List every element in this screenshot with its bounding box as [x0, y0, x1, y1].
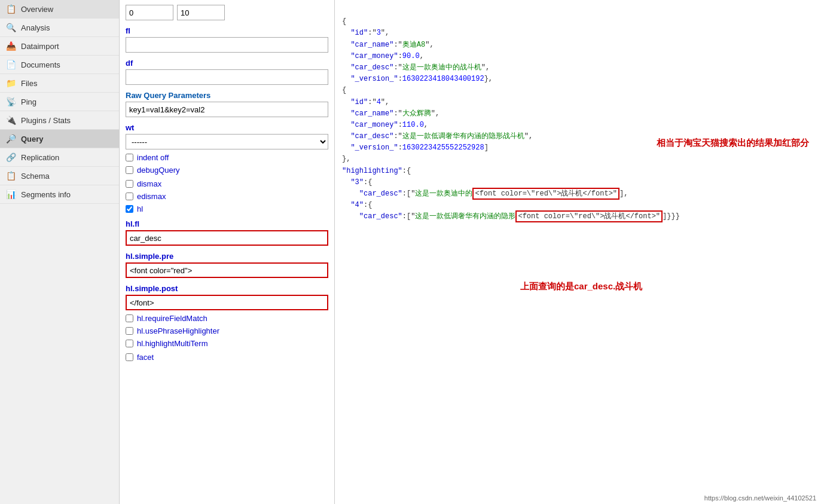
sidebar-item-files[interactable]: 📁 Files: [0, 74, 119, 93]
sidebar-label-replication: Replication: [21, 153, 59, 162]
sidebar-label-files: Files: [21, 79, 37, 88]
documents-icon: 📄: [6, 60, 16, 69]
start-input[interactable]: [126, 5, 173, 20]
hl-require-field-match-row: hl.requireFieldMatch: [126, 314, 328, 323]
plugins-icon: 🔌: [6, 115, 16, 125]
url-bar: https://blog.csdn.net/weixin_44102521: [704, 494, 816, 502]
sidebar-item-schema[interactable]: 📋 Schema: [0, 167, 119, 185]
hl-simple-post-label: hl.simple.post: [126, 284, 328, 293]
edismax-checkbox[interactable]: [126, 193, 133, 200]
raw-query-params-label: Raw Query Parameters: [126, 91, 328, 100]
hl-highlight-multi-term-row: hl.highlightMultiTerm: [126, 339, 328, 348]
sidebar-item-documents[interactable]: 📄 Documents: [0, 56, 119, 74]
hl-use-phrase-highlighter-label: hl.usePhraseHighlighter: [137, 326, 219, 335]
annotation-car-desc: 上面查询的是car_desc.战斗机: [520, 281, 642, 292]
sidebar-label-dataimport: Dataimport: [21, 42, 59, 51]
debug-query-label: debugQuery: [137, 166, 180, 175]
hl-require-field-match-label: hl.requireFieldMatch: [137, 314, 207, 323]
sidebar-item-segments-info[interactable]: 📊 Segments info: [0, 185, 119, 204]
query-panel: fl df Raw Query Parameters wt ------ jso…: [120, 0, 335, 504]
hl-simple-pre-label: hl.simple.pre: [126, 252, 328, 261]
sidebar-label-schema: Schema: [21, 172, 50, 181]
df-label: df: [126, 59, 328, 68]
facet-row: facet: [126, 353, 328, 362]
facet-checkbox[interactable]: [126, 353, 133, 361]
rows-input[interactable]: [177, 5, 225, 20]
sidebar-item-dataimport[interactable]: 📥 Dataimport: [0, 37, 119, 56]
sidebar-item-query[interactable]: 🔎 Query: [0, 130, 119, 148]
sidebar-label-ping: Ping: [21, 97, 36, 106]
hl-row: hl: [126, 204, 328, 213]
hl-checkbox[interactable]: [126, 205, 133, 213]
analysis-icon: 🔍: [6, 23, 16, 32]
facet-label: facet: [137, 353, 154, 362]
fl-input[interactable]: [126, 37, 328, 53]
schema-icon: 📋: [6, 171, 16, 181]
sidebar-item-ping[interactable]: 📡 Ping: [0, 93, 119, 111]
hl-require-field-match-checkbox[interactable]: [126, 314, 133, 322]
raw-query-params-input[interactable]: [126, 102, 328, 117]
hl-highlight-multi-term-checkbox[interactable]: [126, 340, 133, 347]
hl-simple-pre-input[interactable]: [126, 262, 328, 278]
sidebar-label-query: Query: [21, 135, 44, 143]
sidebar-label-overview: Overview: [21, 5, 53, 14]
dismax-label: dismax: [137, 179, 161, 188]
overview-icon: 📋: [6, 4, 16, 14]
sidebar: 📋 Overview 🔍 Analysis 📥 Dataimport 📄 Doc…: [0, 0, 120, 504]
dismax-row: dismax: [126, 179, 328, 188]
query-icon: 🔎: [6, 134, 16, 143]
hl-simple-post-input[interactable]: [126, 295, 328, 310]
sidebar-label-documents: Documents: [21, 60, 60, 69]
ping-icon: 📡: [6, 97, 16, 106]
files-icon: 📁: [6, 78, 16, 88]
hl-fl-input[interactable]: [126, 230, 328, 246]
sidebar-item-analysis[interactable]: 🔍 Analysis: [0, 19, 119, 37]
wt-select[interactable]: ------ json xml csv: [126, 134, 328, 149]
indent-off-label: indent off: [137, 153, 169, 162]
wt-label: wt: [126, 123, 328, 132]
debug-query-row: debugQuery: [126, 166, 328, 175]
sidebar-label-plugins-stats: Plugins / Stats: [21, 116, 71, 125]
dismax-checkbox[interactable]: [126, 180, 133, 188]
hl-use-phrase-highlighter-checkbox[interactable]: [126, 327, 133, 335]
hl-label: hl: [137, 204, 143, 213]
sidebar-label-analysis: Analysis: [21, 23, 50, 32]
sidebar-item-overview[interactable]: 📋 Overview: [0, 0, 119, 19]
json-result-panel: { "id":"3", "car_name":"奥迪A8", "car_mone…: [335, 0, 821, 504]
sidebar-item-replication[interactable]: 🔗 Replication: [0, 148, 119, 167]
replication-icon: 🔗: [6, 152, 16, 162]
hl-fl-label: hl.fl: [126, 219, 328, 228]
debug-query-checkbox[interactable]: [126, 166, 133, 174]
dataimport-icon: 📥: [6, 41, 16, 51]
hl-use-phrase-highlighter-row: hl.usePhraseHighlighter: [126, 326, 328, 335]
pagination-row: [126, 5, 328, 20]
sidebar-label-segments-info: Segments info: [21, 190, 71, 199]
indent-off-checkbox[interactable]: [126, 154, 133, 161]
hl-highlight-multi-term-label: hl.highlightMultiTerm: [137, 339, 208, 348]
sidebar-item-plugins-stats[interactable]: 🔌 Plugins / Stats: [0, 111, 119, 130]
edismax-label: edismax: [137, 192, 166, 201]
segments-icon: 📊: [6, 190, 16, 199]
df-input[interactable]: [126, 69, 328, 85]
edismax-row: edismax: [126, 192, 328, 201]
indent-off-row: indent off: [126, 153, 328, 162]
fl-label: fl: [126, 26, 328, 35]
json-output: { "id":"3", "car_name":"奥迪A8", "car_mone…: [342, 5, 814, 234]
